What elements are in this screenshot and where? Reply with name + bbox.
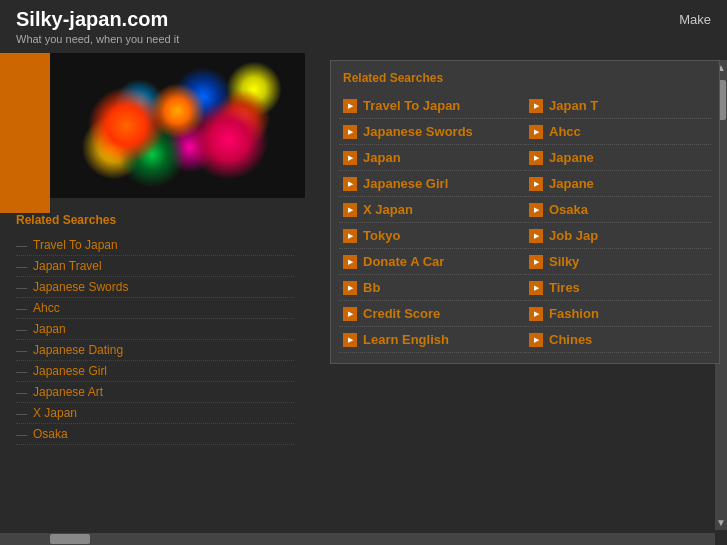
right-search-item[interactable]: Japanese Swords <box>339 119 525 145</box>
left-search-link[interactable]: Ahcc <box>33 301 60 315</box>
right-search-link[interactable]: Japanese Girl <box>363 176 448 191</box>
right-search-link[interactable]: Japan <box>363 150 401 165</box>
left-search-item[interactable]: — Japanese Art <box>16 382 294 403</box>
left-search-item[interactable]: — Travel To Japan <box>16 235 294 256</box>
search-arrow-icon <box>343 177 357 191</box>
left-search-link[interactable]: Japanese Swords <box>33 280 128 294</box>
left-arrow-icon: — <box>16 365 27 377</box>
right-search-item[interactable]: Credit Score <box>339 301 525 327</box>
search-arrow-icon <box>529 229 543 243</box>
search-arrow-icon <box>343 125 357 139</box>
search-arrow-icon <box>343 99 357 113</box>
left-search-link[interactable]: Travel To Japan <box>33 238 118 252</box>
left-search-link[interactable]: X Japan <box>33 406 77 420</box>
right-search-item[interactable]: Japan <box>339 145 525 171</box>
search-arrow-icon <box>529 177 543 191</box>
left-search-item[interactable]: — Ahcc <box>16 298 294 319</box>
right-search-link[interactable]: Ahcc <box>549 124 581 139</box>
right-search-item[interactable]: Japane <box>525 171 711 197</box>
left-search-item[interactable]: — Japan Travel <box>16 256 294 277</box>
site-title: Silky-japan.com <box>16 8 179 31</box>
right-search-item[interactable]: Fashion <box>525 301 711 327</box>
right-search-link[interactable]: Osaka <box>549 202 588 217</box>
left-search-item[interactable]: — Japanese Girl <box>16 361 294 382</box>
search-arrow-icon <box>529 307 543 321</box>
right-search-item[interactable]: Learn English <box>339 327 525 353</box>
left-arrow-icon: — <box>16 260 27 272</box>
right-search-link[interactable]: Japane <box>549 176 594 191</box>
left-arrow-icon: — <box>16 239 27 251</box>
site-branding: Silky-japan.com What you need, when you … <box>16 8 179 45</box>
right-search-link[interactable]: Japane <box>549 150 594 165</box>
left-search-link[interactable]: Japan <box>33 322 66 336</box>
left-search-link[interactable]: Osaka <box>33 427 68 441</box>
left-search-list: — Travel To Japan— Japan Travel— Japanes… <box>16 235 294 445</box>
right-search-link[interactable]: Travel To Japan <box>363 98 460 113</box>
left-search-item[interactable]: — Osaka <box>16 424 294 445</box>
left-sidebar: Related Searches — Travel To Japan— Japa… <box>0 53 310 543</box>
left-search-item[interactable]: — Japan <box>16 319 294 340</box>
left-arrow-icon: — <box>16 428 27 440</box>
right-related-title: Related Searches <box>331 71 719 93</box>
right-search-item[interactable]: Travel To Japan <box>339 93 525 119</box>
right-search-item[interactable]: Bb <box>339 275 525 301</box>
right-search-link[interactable]: Fashion <box>549 306 599 321</box>
hero-image <box>50 53 305 198</box>
left-arrow-icon: — <box>16 386 27 398</box>
left-arrow-icon: — <box>16 323 27 335</box>
search-arrow-icon <box>529 203 543 217</box>
left-search-link[interactable]: Japanese Art <box>33 385 103 399</box>
left-search-item[interactable]: — Japanese Dating <box>16 340 294 361</box>
right-search-link[interactable]: X Japan <box>363 202 413 217</box>
right-search-item[interactable]: Silky <box>525 249 711 275</box>
search-arrow-icon <box>343 151 357 165</box>
right-search-link[interactable]: Japanese Swords <box>363 124 473 139</box>
right-search-link[interactable]: Donate A Car <box>363 254 444 269</box>
left-search-item[interactable]: — Japanese Swords <box>16 277 294 298</box>
orange-accent-bar <box>0 53 50 213</box>
search-arrow-icon <box>529 255 543 269</box>
left-arrow-icon: — <box>16 344 27 356</box>
right-search-item[interactable]: Japane <box>525 145 711 171</box>
search-arrow-icon <box>343 229 357 243</box>
right-search-link[interactable]: Japan T <box>549 98 598 113</box>
search-arrow-icon <box>343 203 357 217</box>
horizontal-scrollbar[interactable] <box>0 533 715 545</box>
right-search-item[interactable]: X Japan <box>339 197 525 223</box>
left-search-item[interactable]: — X Japan <box>16 403 294 424</box>
left-arrow-icon: — <box>16 281 27 293</box>
right-search-link[interactable]: Silky <box>549 254 579 269</box>
right-search-item[interactable]: Job Jap <box>525 223 711 249</box>
scroll-down-arrow[interactable]: ▼ <box>714 515 727 530</box>
right-search-item[interactable]: Chines <box>525 327 711 353</box>
search-arrow-icon <box>529 151 543 165</box>
right-search-item[interactable]: Osaka <box>525 197 711 223</box>
left-related-title: Related Searches <box>16 213 294 227</box>
right-search-item[interactable]: Donate A Car <box>339 249 525 275</box>
scroll-thumb-h[interactable] <box>50 534 90 544</box>
header-right-text: Make <box>679 12 711 27</box>
right-search-grid: Travel To Japan Japan T Japanese Swords … <box>331 93 719 353</box>
right-search-link[interactable]: Learn English <box>363 332 449 347</box>
search-arrow-icon <box>343 281 357 295</box>
search-arrow-icon <box>343 307 357 321</box>
left-search-link[interactable]: Japanese Girl <box>33 364 107 378</box>
right-search-item[interactable]: Japanese Girl <box>339 171 525 197</box>
right-search-link[interactable]: Job Jap <box>549 228 598 243</box>
header: Silky-japan.com What you need, when you … <box>0 0 727 53</box>
right-search-link[interactable]: Credit Score <box>363 306 440 321</box>
right-search-item[interactable]: Tokyo <box>339 223 525 249</box>
right-search-link[interactable]: Tires <box>549 280 580 295</box>
left-search-link[interactable]: Japanese Dating <box>33 343 123 357</box>
right-search-item[interactable]: Japan T <box>525 93 711 119</box>
left-search-link[interactable]: Japan Travel <box>33 259 102 273</box>
search-arrow-icon <box>529 281 543 295</box>
left-arrow-icon: — <box>16 302 27 314</box>
right-search-item[interactable]: Ahcc <box>525 119 711 145</box>
right-search-link[interactable]: Tokyo <box>363 228 400 243</box>
search-arrow-icon <box>529 99 543 113</box>
left-related-searches: Related Searches — Travel To Japan— Japa… <box>0 203 310 455</box>
right-search-link[interactable]: Bb <box>363 280 380 295</box>
right-search-link[interactable]: Chines <box>549 332 592 347</box>
right-search-item[interactable]: Tires <box>525 275 711 301</box>
